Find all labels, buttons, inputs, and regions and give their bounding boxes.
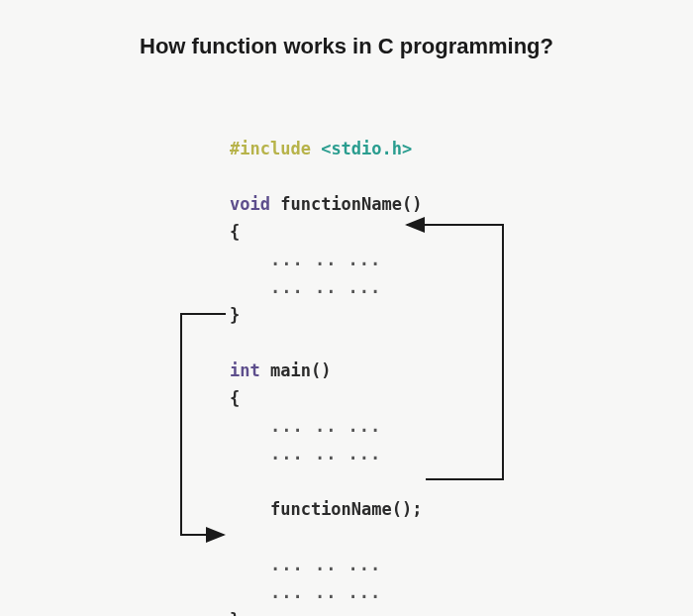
flow-arrows bbox=[0, 0, 693, 616]
call-to-function-arrow bbox=[407, 225, 503, 479]
return-to-main-arrow bbox=[181, 314, 226, 535]
